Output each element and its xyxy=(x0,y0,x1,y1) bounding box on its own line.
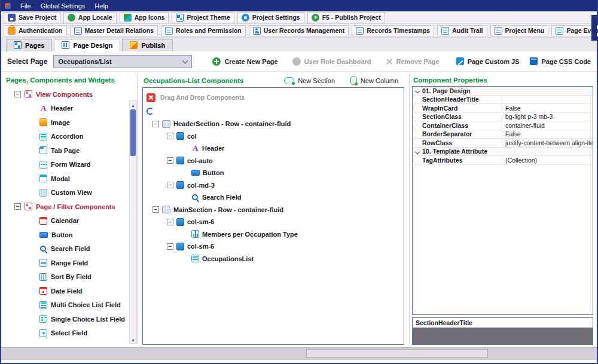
publish-project-button[interactable]: F5 - Publish Project xyxy=(307,12,385,23)
tree-node-members-per-occupation-type[interactable]: Members per Occupation Type xyxy=(147,228,400,241)
property-row-containerclass[interactable]: ContainerClass container-fluid xyxy=(413,121,593,130)
app-icons-button[interactable]: App Icons xyxy=(120,12,169,23)
widget-item-modal[interactable]: Modal xyxy=(6,172,127,186)
widget-item-form-wizard[interactable]: Form Wizard xyxy=(6,158,127,172)
tab-pages[interactable]: Pages xyxy=(6,39,52,51)
property-row-rowclass[interactable]: RowClass justify-content-between align-i… xyxy=(413,139,593,148)
scrollbar-thumb[interactable] xyxy=(130,109,136,156)
collapse-expander-icon[interactable] xyxy=(152,206,159,213)
widget-item-calendar[interactable]: Calendar xyxy=(6,214,127,228)
widget-item-range-field[interactable]: Range Field xyxy=(6,256,127,270)
widget-label: Accordion xyxy=(51,133,83,140)
remove-page-button[interactable]: Remove Page xyxy=(386,58,440,65)
components-tree: View Components Header Image Accordion T… xyxy=(5,86,137,345)
property-value[interactable]: False xyxy=(502,130,593,137)
tab-page-design[interactable]: Page Design xyxy=(54,39,120,51)
menu-help[interactable]: Help xyxy=(94,2,108,10)
user-records-management-button[interactable]: User Records Management xyxy=(249,25,349,36)
tab-publish[interactable]: Publish xyxy=(122,39,173,51)
property-value[interactable]: justify-content-between align-items- xyxy=(502,139,593,146)
widget-item-select-field[interactable]: Select Field xyxy=(6,326,127,341)
collapse-expander-icon[interactable] xyxy=(167,157,173,164)
collapse-expander-icon[interactable] xyxy=(167,219,173,225)
tree-node-col-auto[interactable]: col-auto xyxy=(147,155,400,167)
widget-item-sort-by-field[interactable]: Sort By Field xyxy=(6,270,127,285)
tree-group-view-components[interactable]: View Components xyxy=(6,87,127,102)
page-dropdown[interactable]: Occupations/List xyxy=(53,55,192,68)
widget-item-header[interactable]: Header xyxy=(6,102,127,116)
property-row-borderseparator[interactable]: BorderSeparator False xyxy=(413,130,593,139)
tree-node-headersection[interactable]: HeaderSection - Row - container-fluid xyxy=(147,118,400,130)
tree-group-page-filter-components[interactable]: Page / Filter Components xyxy=(6,200,127,214)
tree-node-header[interactable]: Header xyxy=(147,142,400,155)
left-panel-scrollbar[interactable] xyxy=(129,100,137,344)
tree-node-occupationslist[interactable]: OccupationsList xyxy=(147,253,400,265)
tree-node-mainsection[interactable]: MainSection - Row - container-fluid xyxy=(147,204,400,216)
audit-trail-button[interactable]: Audit Trail xyxy=(437,25,487,36)
form-wizard-icon xyxy=(39,161,47,169)
drag-drop-area[interactable]: Drag And Drop Components HeaderSection -… xyxy=(142,87,404,345)
widget-item-button[interactable]: Button xyxy=(6,228,127,242)
collapse-expander-icon[interactable] xyxy=(14,203,21,210)
collapse-expander-icon[interactable] xyxy=(152,121,159,127)
save-project-button[interactable]: Save Project xyxy=(4,12,60,23)
scroll-up-arrow[interactable] xyxy=(130,101,136,108)
widget-item-accordion[interactable]: Accordion xyxy=(6,130,127,144)
app-locale-button[interactable]: App Locale xyxy=(63,12,117,23)
collapse-expander-icon[interactable] xyxy=(167,182,173,188)
widget-label: Multi Choice List Field xyxy=(51,301,121,308)
button-label: Project Theme xyxy=(187,14,230,21)
property-group-page-design[interactable]: 01. Page Design xyxy=(413,87,593,96)
user-role-dashboard-button[interactable]: User Role Dashboard xyxy=(292,57,371,66)
property-value[interactable]: container-fluid xyxy=(502,122,593,129)
widget-item-custom-view[interactable]: Custom View xyxy=(6,186,127,200)
new-column-button[interactable]: New Column xyxy=(350,76,398,85)
page-custom-js-button[interactable]: Page Custom JS xyxy=(456,57,520,65)
collapse-expander-icon[interactable] xyxy=(167,243,173,250)
property-value[interactable]: False xyxy=(502,105,593,112)
tree-node-button[interactable]: Button xyxy=(147,167,400,179)
menu-global-settings[interactable]: Global Settings xyxy=(41,2,86,10)
widget-item-multi-choice-list-field[interactable]: Multi Choice List Field xyxy=(6,298,127,313)
widget-item-tab-page[interactable]: Tab Page xyxy=(6,143,127,158)
tree-node-col-sm-6[interactable]: col-sm-6 xyxy=(147,216,400,228)
scroll-down-arrow[interactable] xyxy=(130,336,136,343)
property-row-tagattributes[interactable]: TagAttributes (Collection) xyxy=(413,156,593,165)
menu-file[interactable]: File xyxy=(20,2,31,10)
page-css-code-button[interactable]: Page CSS Code xyxy=(530,57,591,65)
project-menu-button[interactable]: Project Menu xyxy=(490,25,549,36)
master-detail-relations-button[interactable]: Master Detail Relations xyxy=(70,25,158,36)
widget-item-search-field[interactable]: Search Field xyxy=(6,242,127,256)
tree-node-col[interactable]: col xyxy=(147,130,400,143)
tab-label: Publish xyxy=(141,42,165,49)
dashboard-disabled-icon xyxy=(292,57,301,66)
project-menu-icon xyxy=(495,27,502,35)
close-icon[interactable] xyxy=(147,93,155,102)
project-theme-button[interactable]: Project Theme xyxy=(172,12,234,23)
tree-node-col-md-3[interactable]: col-md-3 xyxy=(147,179,400,192)
records-timestamps-button[interactable]: Records Timestamps xyxy=(352,25,434,36)
property-value[interactable]: bg-light p-3 mb-3 xyxy=(502,113,593,120)
collapse-expander-icon[interactable] xyxy=(167,133,173,139)
refresh-icon[interactable] xyxy=(147,108,154,115)
property-value[interactable]: (Collection) xyxy=(502,157,593,164)
project-settings-button[interactable]: Project Settings xyxy=(237,12,304,23)
tree-node-search-field[interactable]: Search Field xyxy=(147,191,400,204)
authentication-button[interactable]: Authentication xyxy=(4,25,67,36)
widget-item-date-field[interactable]: Date Field xyxy=(6,284,127,298)
widget-item-image[interactable]: Image xyxy=(6,115,127,130)
collapse-expander-icon[interactable] xyxy=(14,91,21,97)
page-select-bar: Select Page Occupations/List Create New … xyxy=(1,51,597,72)
widget-item-single-choice-list-field[interactable]: Single Choice List Field xyxy=(6,312,127,326)
roles-permission-button[interactable]: Roles and Permission xyxy=(161,25,246,36)
button-icon xyxy=(191,170,200,176)
create-new-page-button[interactable]: Create New Page xyxy=(212,57,277,66)
column-icon xyxy=(176,243,184,250)
new-section-button[interactable]: New Section xyxy=(284,76,335,85)
widget-label: Tab Page xyxy=(51,147,80,154)
property-row-sectionclass[interactable]: SectionClass bg-light p-3 mb-3 xyxy=(413,113,593,122)
tree-node-col-sm-6-second[interactable]: col-sm-6 xyxy=(147,240,400,253)
property-group-template-attribute[interactable]: 10. Template Attribute xyxy=(413,148,593,157)
property-row-sectionheadertitle[interactable]: SectionHeaderTitle xyxy=(413,96,593,105)
property-row-wrapincard[interactable]: WrapInCard False xyxy=(413,104,593,113)
